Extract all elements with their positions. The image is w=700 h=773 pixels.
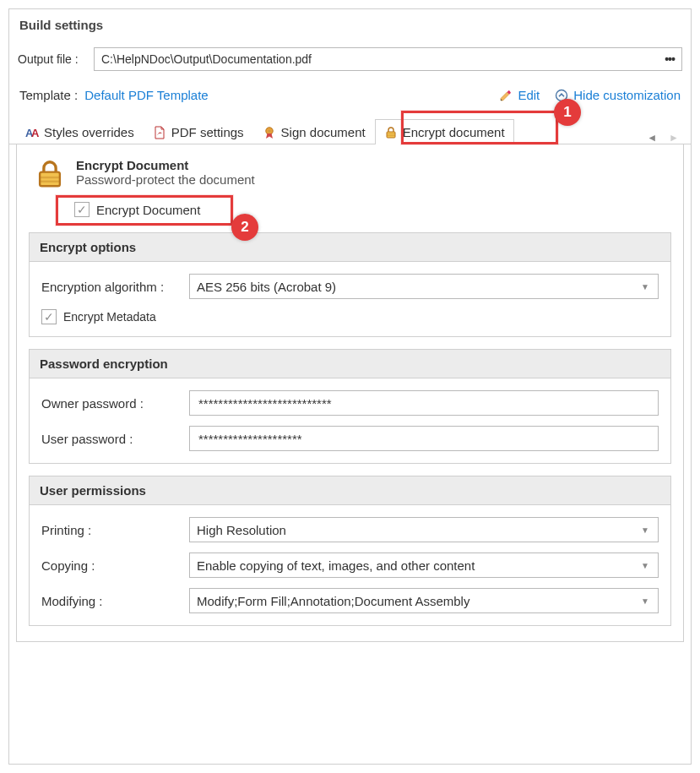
tab-pdf-settings[interactable]: PDF settings — [144, 119, 253, 144]
pencil-icon — [499, 89, 513, 102]
svg-rect-7 — [387, 135, 395, 136]
tab-bar: AA Styles overrides PDF settings Sign do… — [9, 116, 691, 144]
template-link[interactable]: Default PDF Template — [84, 88, 208, 102]
encrypt-header-title: Encrypt Document — [76, 158, 255, 172]
user-password-label: User password : — [41, 432, 189, 446]
section-user-permissions: User permissions Printing : High Resolut… — [29, 476, 671, 626]
password-encryption-title: Password encryption — [30, 350, 670, 378]
section-password-encryption: Password encryption Owner password : Use… — [29, 349, 671, 464]
pdf-icon — [153, 126, 166, 139]
output-file-input[interactable] — [95, 52, 658, 66]
svg-rect-6 — [387, 133, 395, 134]
encrypt-metadata-label: Encrypt Metadata — [63, 310, 156, 324]
copying-select[interactable]: Enable copying of text, images, and othe… — [189, 553, 659, 578]
encrypt-document-checkbox[interactable] — [74, 202, 90, 217]
encrypt-header-subtitle: Password-protect the document — [76, 172, 255, 187]
edit-template-button[interactable]: Edit — [499, 88, 540, 102]
printing-value: High Resolution — [197, 523, 286, 537]
tab-content-encrypt: Encrypt Document Password-protect the do… — [16, 144, 684, 642]
tab-sign-document[interactable]: Sign document — [253, 119, 375, 144]
printing-label: Printing : — [41, 523, 189, 537]
tab-sign-label: Sign document — [281, 125, 366, 139]
section-encrypt-options: Encrypt options Encryption algorithm : A… — [29, 232, 671, 337]
encryption-algorithm-label: Encryption algorithm : — [41, 280, 189, 294]
modifying-select[interactable]: Modify;Form Fill;Annotation;Document Ass… — [189, 588, 659, 613]
lock-large-icon — [34, 158, 66, 190]
encrypt-metadata-checkbox[interactable] — [41, 309, 57, 324]
user-permissions-title: User permissions — [30, 476, 670, 505]
chevron-down-icon: ▼ — [641, 596, 649, 606]
svg-text:A: A — [31, 127, 39, 139]
hide-customization-button[interactable]: Hide customization — [555, 88, 681, 102]
edit-label: Edit — [518, 88, 540, 102]
svg-rect-8 — [40, 172, 60, 187]
svg-point-0 — [556, 90, 567, 101]
svg-rect-9 — [40, 177, 60, 178]
tab-scroll-left[interactable]: ◄ — [647, 132, 657, 144]
svg-point-4 — [268, 129, 270, 132]
rosette-icon — [263, 126, 276, 139]
tab-styles-overrides[interactable]: AA Styles overrides — [16, 119, 144, 144]
encrypt-options-title: Encrypt options — [30, 233, 670, 262]
lock-icon — [384, 126, 398, 139]
hide-customization-label: Hide customization — [573, 88, 681, 102]
encrypt-document-checkbox-label: Encrypt Document — [96, 203, 200, 217]
template-label: Template : — [19, 88, 78, 102]
owner-password-label: Owner password : — [41, 396, 189, 411]
output-file-field-wrap: ••• — [94, 47, 682, 71]
tab-encrypt-document[interactable]: Encrypt document — [375, 119, 514, 144]
chevron-down-icon: ▼ — [641, 561, 649, 570]
printing-select[interactable]: High Resolution ▼ — [189, 517, 659, 542]
chevron-up-circle-icon — [555, 89, 568, 102]
tab-encrypt-label: Encrypt document — [403, 125, 505, 139]
encryption-algorithm-value: AES 256 bits (Acrobat 9) — [197, 280, 336, 294]
copying-value: Enable copying of text, images, and othe… — [197, 558, 475, 573]
encryption-algorithm-select[interactable]: AES 256 bits (Acrobat 9) ▼ — [189, 274, 659, 299]
output-file-label: Output file : — [18, 52, 94, 66]
styles-icon: AA — [25, 126, 39, 139]
owner-password-input[interactable] — [197, 395, 651, 411]
tab-scroll-right[interactable]: ► — [669, 132, 679, 144]
chevron-down-icon: ▼ — [641, 282, 649, 291]
copying-label: Copying : — [41, 558, 189, 573]
tab-pdf-label: PDF settings — [171, 125, 244, 139]
svg-rect-5 — [387, 132, 395, 138]
modifying-value: Modify;Form Fill;Annotation;Document Ass… — [197, 594, 469, 608]
modifying-label: Modifying : — [41, 594, 189, 608]
output-file-browse-button[interactable]: ••• — [658, 53, 681, 65]
svg-rect-10 — [40, 181, 60, 182]
chevron-down-icon: ▼ — [641, 525, 649, 535]
tab-styles-label: Styles overrides — [44, 125, 134, 139]
panel-title: Build settings — [9, 9, 691, 44]
user-password-input[interactable] — [197, 431, 651, 447]
